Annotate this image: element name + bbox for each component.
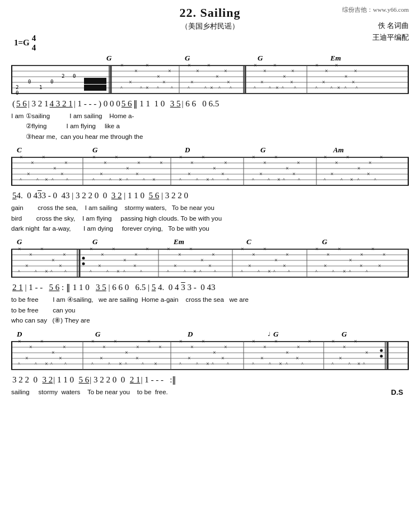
ds-mark: D.S [391,387,403,399]
svg-text:^: ^ [340,178,343,183]
page: 综份吉他：www.y66.com 22. Sailing （美国乡村民谣） 佚 … [0,0,420,407]
svg-text:×: × [157,73,160,80]
svg-text:×: × [100,355,103,361]
svg-point-329 [380,349,383,352]
svg-text:×: × [52,257,55,263]
svg-text:^: ^ [330,86,333,91]
svg-text:^: ^ [301,362,304,367]
svg-text:×: × [146,246,149,252]
svg-text:×: × [360,251,363,258]
svg-text:^: ^ [179,178,181,183]
svg-text:×: × [158,344,162,350]
svg-text:^: ^ [125,362,127,367]
svg-text:×: × [382,251,386,258]
svg-text:×: × [202,338,205,344]
svg-text:^: ^ [66,178,68,183]
svg-text:^: ^ [212,362,214,367]
svg-text:G: G [106,54,112,62]
svg-text:×: × [129,79,132,85]
svg-text:×: × [350,176,353,183]
svg-text:^: ^ [35,269,37,274]
svg-text:×: × [52,349,55,356]
author-block: 佚 名词曲 王迪平编配 [372,20,409,44]
svg-text:×: × [224,68,227,74]
svg-text:^: ^ [35,362,37,367]
svg-text:×: × [263,160,267,166]
svg-text:×: × [335,160,338,166]
tab-svg-section4: D G D ♩ G G × × × [11,329,409,373]
svg-text:×: × [213,165,216,171]
svg-text:×: × [343,344,346,350]
svg-text:^: ^ [363,362,365,367]
svg-text:×: × [324,263,327,269]
svg-text:×: × [367,171,370,177]
svg-text:×: × [136,355,139,361]
svg-text:×: × [53,165,57,171]
svg-text:×: × [147,338,151,344]
lyric-2-1: gain cross the sea, I am sailing stormy … [11,203,409,213]
svg-text:G: G [258,54,263,62]
svg-text:×: × [202,154,205,160]
svg-text:×: × [337,85,340,91]
svg-text:^: ^ [269,86,271,91]
svg-text:×: × [90,246,93,252]
svg-point-189 [82,257,85,260]
svg-text:×: × [178,251,181,258]
svg-text:×: × [213,349,216,356]
time-fraction: 4 4 [32,34,36,52]
svg-text:×: × [59,263,62,269]
svg-text:^: ^ [254,86,256,91]
svg-text:×: × [115,154,118,160]
svg-text:×: × [152,176,156,183]
svg-point-190 [82,263,85,265]
svg-text:×: × [368,160,372,166]
svg-text:G: G [17,237,22,246]
lyrics-section2: gain cross the sea, I am sailing stormy … [11,203,409,234]
svg-text:×: × [208,263,212,269]
svg-text:×: × [248,263,251,269]
svg-text:^: ^ [298,178,300,183]
svg-text:G: G [342,330,347,338]
svg-text:×: × [179,154,183,160]
svg-text:^: ^ [36,178,39,183]
svg-text:C: C [246,237,251,246]
svg-text:^: ^ [288,269,290,274]
svg-text:×: × [64,160,68,166]
svg-text:^: ^ [227,178,229,183]
svg-text:^: ^ [204,86,207,91]
svg-text:0: 0 [73,73,76,79]
svg-text:×: × [259,171,263,177]
svg-text:×: × [274,257,278,263]
tab-svg-section1: G G G Em 0 2 0 [11,53,409,97]
svg-text:×: × [378,263,381,269]
svg-rect-21 [84,85,106,91]
svg-text:×: × [114,338,117,344]
svg-text:D: D [184,146,190,154]
svg-text:×: × [349,257,352,263]
svg-text:×: × [206,361,209,367]
svg-text:×: × [190,344,194,350]
svg-text:×: × [45,268,48,274]
svg-text:^: ^ [332,269,334,274]
svg-text:^: ^ [50,269,53,274]
svg-text:×: × [260,355,264,361]
svg-text:×: × [324,154,327,160]
tab-graphic-2: C G D G Am × × × × [11,145,409,189]
svg-text:×: × [125,349,128,356]
svg-text:×: × [286,251,289,258]
section-3: G G Em C G × × × × [11,237,409,325]
svg-text:×: × [339,355,342,361]
svg-text:×: × [40,338,44,344]
svg-text:^: ^ [126,178,128,183]
svg-text:^: ^ [230,86,232,91]
notation-row-4: 3 2 2 0 3 2 | 1 1 0 5 6 | 3 2 2 0 0 2 1 … [11,374,409,386]
svg-text:×: × [212,251,215,258]
svg-text:Em: Em [330,54,341,62]
svg-text:^: ^ [106,269,109,274]
svg-text:×: × [315,62,319,68]
svg-text:×: × [224,160,227,166]
tab-svg-section3: G G Em C G × × × × [11,237,409,281]
svg-text:^: ^ [348,362,351,367]
svg-text:^: ^ [179,362,181,367]
tab-graphic-3: G G Em C G × × × × [11,237,409,281]
